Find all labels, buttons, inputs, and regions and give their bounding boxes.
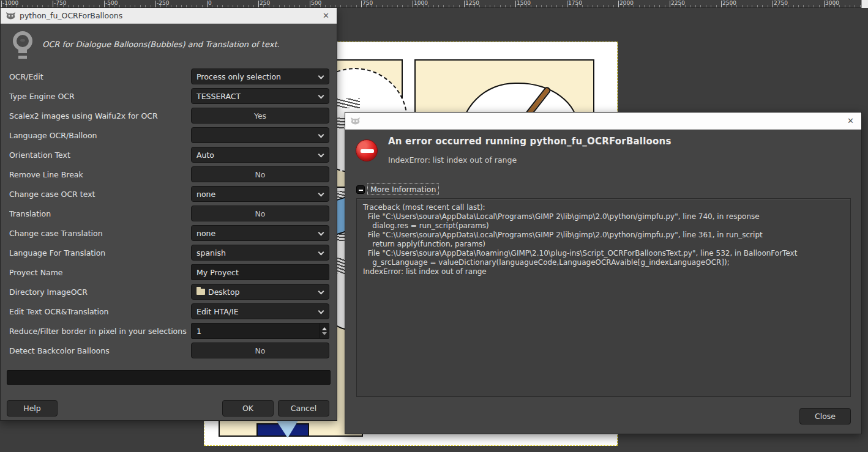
plugin-dialog: python_fu_OCRForBalloons ✕ OCR for Dialo…	[0, 7, 337, 421]
field-label: Change case Translation	[9, 229, 191, 238]
close-button[interactable]: Close	[799, 408, 851, 424]
form-row: Language OCR/Balloon	[1, 127, 337, 143]
dropdown-value: none	[196, 190, 215, 199]
field-label: Detect Backcolor Balloons	[9, 346, 191, 355]
field-label: Orientation Text	[9, 150, 191, 160]
dropdown-change-case-translation[interactable]: none	[191, 225, 329, 241]
dropdown-ocr-edit[interactable]: Process only selection	[191, 69, 329, 84]
ruler-label: -500	[105, 0, 118, 6]
form-row: Proyect NameMy Proyect	[1, 264, 337, 280]
form-row: Directory ImageOCRDesktop	[1, 284, 337, 300]
expander-label[interactable]: More Information	[367, 183, 439, 195]
toggle-remove-line-break[interactable]: No	[191, 166, 329, 182]
form-row: Scalex2 images using Waifu2x for OCRYes	[1, 108, 337, 124]
ruler-label: 250	[260, 0, 270, 6]
dropdown-edit-text-ocr-translation[interactable]: Edit HTA/IE	[191, 303, 329, 319]
dropdown-language-ocr-balloon[interactable]	[191, 127, 329, 143]
ruler-label: 2500	[722, 0, 736, 6]
field-label: Edit Text OCR&Translation	[9, 307, 191, 316]
toggle-scalex2-images-using-waifu2x-for-ocr[interactable]: Yes	[191, 108, 329, 124]
field-label: Remove Line Break	[9, 170, 191, 179]
ruler-corner	[861, 0, 868, 8]
ok-button[interactable]: OK	[222, 400, 274, 417]
dropdown-orientation-text[interactable]: Auto	[191, 147, 329, 163]
traceback-line: File "C:\Users\soura\AppData\Roaming\GIM…	[363, 249, 844, 258]
lightbulb-icon	[10, 31, 35, 63]
form-row: Reduce/Filter border in pixel in your se…	[1, 323, 337, 339]
dropdown-value: Auto	[196, 150, 214, 160]
field-label: Reduce/Filter border in pixel in your se…	[9, 327, 191, 336]
traceback-box[interactable]: Traceback (most recent call last): File …	[356, 198, 851, 397]
close-icon[interactable]: ✕	[845, 117, 856, 125]
ruler-label: -1000	[2, 0, 18, 6]
dropdown-value: Desktop	[208, 287, 240, 297]
error-icon	[356, 139, 378, 161]
chevron-down-icon	[318, 289, 324, 295]
field-label: Language For Translation	[9, 248, 191, 257]
spinner-arrows[interactable]	[320, 324, 329, 338]
ruler-label: 1750	[568, 0, 582, 6]
dropdown-value: Edit HTA/IE	[196, 307, 239, 316]
ruler-label: 750	[362, 0, 373, 6]
horizontal-ruler[interactable]: -1000-750-500-25002505007501000125015001…	[0, 0, 868, 8]
ruler-label: -750	[54, 0, 66, 6]
chevron-down-icon	[318, 230, 324, 236]
toggle-detect-backcolor-balloons[interactable]: No	[191, 343, 329, 358]
error-subheading: IndexError: list index out of range	[388, 155, 517, 165]
spin-down-icon[interactable]	[322, 332, 327, 335]
folder-icon	[196, 289, 205, 295]
spinner-reduce-filter-border-in-pixel-in-your-selections[interactable]: 1	[191, 323, 329, 339]
form-rows: OCR/EditProcess only selectionType Engin…	[1, 69, 337, 362]
plugin-description: OCR for Dialogue Balloons(Bubbles) and T…	[42, 40, 324, 49]
field-label: Language OCR/Balloon	[9, 131, 191, 140]
ruler-label: 2250	[671, 0, 685, 6]
traceback-line: return apply(function, params)	[363, 240, 844, 249]
dropdown-change-case-ocr-text[interactable]: none	[191, 186, 329, 202]
plugin-dialog-title: python_fu_OCRForBalloons	[20, 11, 320, 20]
traceback-line: IndexError: list index out of range	[363, 267, 844, 276]
field-label: Directory ImageOCR	[9, 287, 191, 297]
cancel-button[interactable]: Cancel	[278, 400, 329, 417]
ruler-label: 2750	[774, 0, 788, 6]
dropdown-type-engine-ocr[interactable]: TESSERACT	[191, 88, 329, 104]
input-proyect-name[interactable]: My Proyect	[191, 264, 329, 280]
gimp-screen: python_fu_OCRForBalloons ✕ OCR for Dialo…	[0, 0, 868, 452]
error-dialog-titlebar[interactable]: ✕	[345, 113, 861, 130]
close-icon[interactable]: ✕	[320, 12, 332, 20]
ruler-label: 3000	[825, 0, 839, 6]
traceback-text: Traceback (most recent call last): File …	[363, 203, 844, 276]
chevron-down-icon	[318, 73, 324, 80]
field-label: OCR/Edit	[9, 72, 191, 81]
more-information-expander[interactable]: More Information	[356, 183, 439, 195]
traceback-line: Traceback (most recent call last):	[363, 203, 844, 212]
dropdown-value: spanish	[196, 248, 226, 257]
form-row: TranslationNo	[1, 206, 337, 221]
ruler-label: 2000	[619, 0, 634, 6]
field-label: Type Engine OCR	[9, 92, 191, 101]
plugin-dialog-titlebar[interactable]: python_fu_OCRForBalloons ✕	[1, 8, 337, 24]
error-dialog: ✕ An error occurred running python_fu_OC…	[345, 112, 862, 434]
dropdown-language-for-translation[interactable]: spanish	[191, 245, 329, 261]
chevron-down-icon	[318, 191, 324, 197]
dropdown-directory-imageocr[interactable]: Desktop	[191, 284, 329, 300]
form-row: Change case OCR textnone	[1, 186, 337, 202]
ruler-label: 500	[311, 0, 321, 6]
form-row: Orientation TextAuto	[1, 147, 337, 163]
dropdown-value: none	[196, 229, 215, 238]
ruler-label: -250	[157, 0, 169, 6]
chevron-down-icon	[318, 93, 324, 99]
ruler-label: 1500	[517, 0, 531, 6]
form-row: Detect Backcolor BalloonsNo	[1, 343, 337, 358]
form-row: Change case Translationnone	[1, 225, 337, 241]
form-row: Type Engine OCRTESSERACT	[1, 88, 337, 104]
spin-up-icon[interactable]	[322, 327, 327, 330]
form-row: Language For Translationspanish	[1, 245, 337, 261]
toggle-translation[interactable]: No	[191, 206, 329, 221]
help-button[interactable]: Help	[7, 400, 58, 417]
traceback-line: File "C:\Users\soura\AppData\Local\Progr…	[363, 231, 844, 240]
traceback-line: g_srcLanguage = valueDictionary(languagu…	[363, 258, 844, 267]
traceback-line: File "C:\Users\soura\AppData\Local\Progr…	[363, 212, 844, 221]
chevron-down-icon	[318, 308, 324, 314]
gimp-wilber-icon	[6, 12, 16, 20]
collapse-icon[interactable]	[356, 185, 365, 194]
